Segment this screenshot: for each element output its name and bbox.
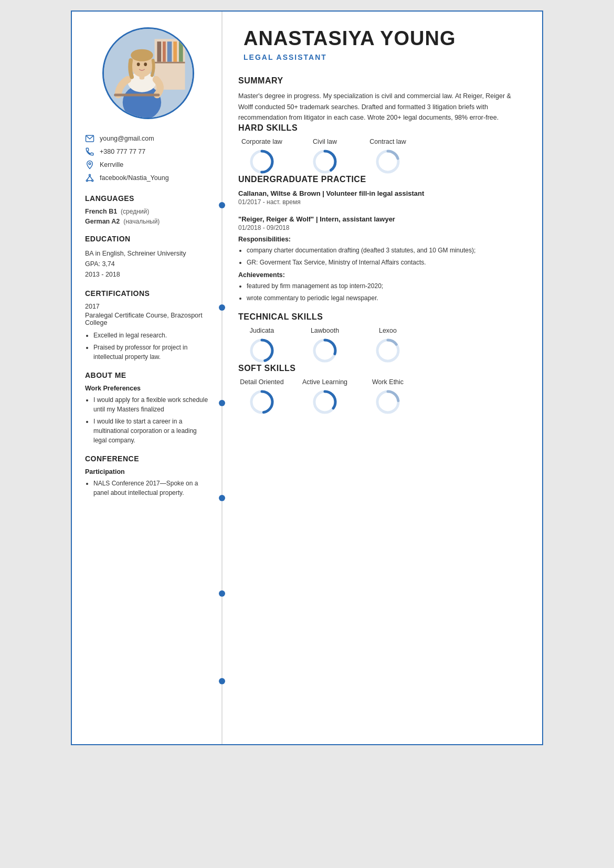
timeline-dot-1: [219, 202, 225, 208]
education-degree: BA in English, Schreiner University: [85, 248, 211, 259]
email-text: young@gmail.com: [100, 135, 154, 142]
responsibilities-list: company charter documentation drafting (…: [238, 246, 526, 267]
ach-2: wrote commentary to periodic legal newsp…: [247, 293, 526, 303]
conference-bullets: NALS Conference 2017—Spoke on a panel ab…: [85, 479, 211, 497]
education-section: EDUCATION BA in English, Schreiner Unive…: [85, 235, 211, 280]
skill-circle: [249, 149, 275, 175]
resume-page: young@gmail.com +380 777 77 77 Kerrville: [71, 10, 543, 745]
skill-label: Lexoo: [379, 327, 397, 334]
lang-french: French B1 (средний): [85, 208, 211, 215]
skill-lexoo: Lexoo: [364, 327, 411, 364]
soft-skills-title: SOFT SKILLS: [238, 364, 526, 373]
soft-skills-row: Detail Oriented Active Learning: [238, 378, 526, 415]
work-preferences-bullets: I would apply for a flexible work schedu…: [85, 395, 211, 445]
svg-rect-2: [157, 41, 161, 62]
skill-circle: [249, 337, 275, 364]
skill-label: Contract law: [369, 138, 406, 145]
phone-icon: [85, 147, 94, 156]
skill-circle: [375, 337, 401, 364]
technical-skills-row: Judicata Lawbooth: [238, 327, 526, 364]
resp-1: company charter documentation drafting (…: [247, 246, 526, 255]
cert-bullets: Excelled in legal research. Praised by p…: [85, 331, 211, 362]
skill-judicata: Judicata: [238, 327, 285, 364]
svg-rect-6: [178, 41, 183, 62]
languages-title: LANGUAGES: [85, 194, 211, 203]
name-title-area: ANASTASIYA YOUNG LEGAL ASSISTANT: [238, 27, 526, 61]
skill-corporate-law: Corporate law: [238, 138, 285, 175]
svg-rect-7: [154, 62, 185, 63]
svg-rect-10: [114, 94, 160, 97]
svg-rect-5: [173, 41, 177, 62]
job-title: LEGAL ASSISTANT: [244, 53, 526, 61]
about-title: ABOUT ME: [85, 371, 211, 379]
hard-skills-title: HARD SKILLS: [238, 123, 526, 133]
skill-detail-oriented: Detail Oriented: [238, 378, 285, 415]
svg-rect-4: [167, 41, 172, 62]
conference-subhead: Participation: [85, 468, 211, 475]
lang-german: German A2 (начальный): [85, 218, 211, 225]
soft-skills-section: SOFT SKILLS Detail Oriented Active Learn…: [238, 364, 526, 415]
education-years: 2013 - 2018: [85, 269, 211, 280]
svg-point-15: [144, 62, 147, 66]
practice-date-2: 01/2018 - 09/2018: [238, 224, 526, 231]
skill-label: Corporate law: [241, 138, 282, 145]
practice-date-1: 01/2017 - наст. время: [238, 198, 526, 206]
skill-label: Work Ethic: [372, 378, 404, 386]
skill-label: Judicata: [250, 327, 274, 334]
work-pref-2: I would like to start a career in a mult…: [93, 417, 211, 445]
skill-contract-law: Contract law: [364, 138, 411, 175]
svg-rect-3: [163, 41, 166, 62]
undergraduate-section: UNDERGRADUATE PRACTICE Callanan, Wiltse …: [238, 175, 526, 303]
hard-skills-section: HARD SKILLS Corporate law Civil law: [238, 123, 526, 175]
skill-active-learning: Active Learning: [301, 378, 348, 415]
languages-section: LANGUAGES French B1 (средний) German A2 …: [85, 194, 211, 225]
achievements-title: Achievements:: [238, 271, 526, 279]
social-icon: [85, 173, 94, 183]
skill-label: Civil law: [313, 138, 337, 145]
hard-skills-row: Corporate law Civil law: [238, 138, 526, 175]
profile-photo: [102, 27, 194, 119]
skill-work-ethic: Work Ethic: [364, 378, 411, 415]
technical-skills-title: TECHNICAL SKILLS: [238, 312, 526, 322]
cert-bullet-1: Excelled in legal research.: [93, 331, 211, 340]
about-section: ABOUT ME Work Preferences I would apply …: [85, 371, 211, 445]
svg-point-14: [136, 62, 140, 66]
svg-line-21: [87, 176, 90, 180]
skill-label: Lawbooth: [311, 327, 339, 334]
certifications-title: CERTIFICATIONS: [85, 289, 211, 298]
skill-circle: [312, 337, 338, 364]
full-name: ANASTASIYA YOUNG: [244, 27, 526, 50]
location-text: Kerrville: [100, 161, 123, 168]
responsibilities-title: Responsibilities:: [238, 236, 526, 243]
skill-label: Active Learning: [302, 378, 347, 386]
timeline-dot-3: [219, 400, 225, 406]
summary-section: SUMMARY Master's degree in progress. My …: [238, 76, 526, 123]
practice-entry-2: "Reiger, Reiger & Wolf" | Intern, assist…: [238, 215, 526, 303]
resp-2: GR: Goverment Tax Service, Ministry of I…: [247, 258, 526, 267]
right-column: ANASTASIYA YOUNG LEGAL ASSISTANT SUMMARY…: [223, 12, 542, 744]
skill-circle: [312, 389, 338, 415]
cert-year: 2017: [85, 303, 211, 310]
work-preferences-title: Work Preferences: [85, 385, 211, 392]
photo-area: [85, 27, 211, 119]
social-item: facebook/Nastia_Young: [85, 173, 211, 183]
work-pref-1: I would apply for a flexible work schedu…: [93, 395, 211, 414]
timeline-divider: [221, 12, 223, 744]
education-gpa: GPA: 3,74: [85, 259, 211, 269]
cert-name: Paralegal Certificate Course, Brazosport…: [85, 312, 211, 326]
certifications-section: CERTIFICATIONS 2017 Paralegal Certificat…: [85, 289, 211, 362]
skill-circle: [375, 389, 401, 415]
social-text: facebook/Nastia_Young: [100, 174, 169, 182]
location-item: Kerrville: [85, 160, 211, 170]
skill-civil-law: Civil law: [301, 138, 348, 175]
svg-point-18: [89, 174, 91, 176]
conference-section: CONFERENCE Participation NALS Conference…: [85, 454, 211, 497]
practice-org-1: Callanan, Wiltse & Brown | Volunteer fil…: [238, 189, 526, 197]
svg-line-22: [90, 176, 92, 180]
summary-title: SUMMARY: [238, 76, 526, 86]
conference-bullet-1: NALS Conference 2017—Spoke on a panel ab…: [93, 479, 211, 497]
contact-section: young@gmail.com +380 777 77 77 Kerrville: [85, 134, 211, 183]
email-item: young@gmail.com: [85, 134, 211, 143]
location-icon: [85, 160, 94, 170]
ach-1: featured by firm management as top inter…: [247, 281, 526, 291]
